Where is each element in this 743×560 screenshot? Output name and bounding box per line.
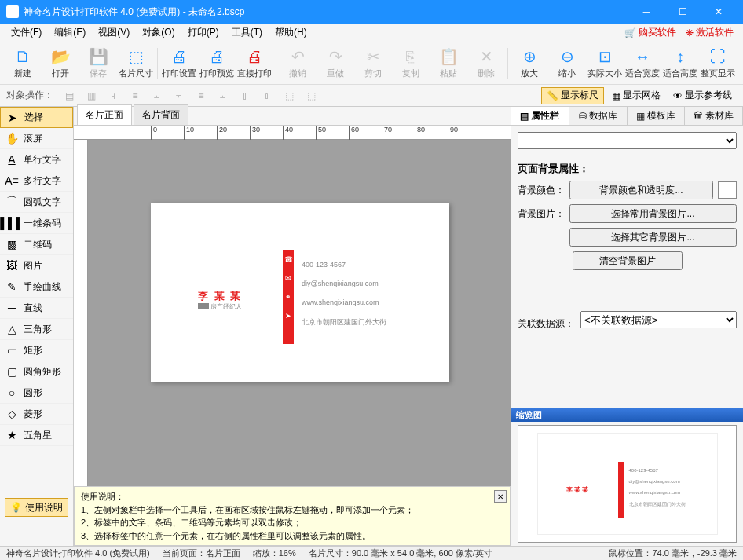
datasource-select[interactable]: <不关联数据源>	[580, 311, 737, 328]
tab-front[interactable]: 名片正面	[77, 104, 132, 125]
status-app: 神奇名片设计打印软件 4.0 (免费试用)	[6, 547, 150, 559]
distribute-h-icon[interactable]: ⫿	[236, 87, 254, 104]
tab-database[interactable]: ⛁数据库	[569, 107, 628, 125]
cut-button[interactable]: ✂剪切	[355, 45, 391, 82]
tab-materials[interactable]: 🏛素材库	[685, 107, 743, 125]
show-guide-button[interactable]: 👁显示参考线	[668, 87, 737, 104]
location-icon: ➤	[283, 306, 294, 325]
new-button[interactable]: 🗋新建	[5, 45, 41, 82]
buy-software-link[interactable]: 🛒购买软件	[620, 26, 681, 39]
db-icon: ⛁	[579, 111, 587, 122]
align-left-icon[interactable]: ⫞	[104, 87, 123, 104]
fitall-icon: ⛶	[708, 47, 727, 66]
directprint-button[interactable]: 🖨直接打印	[236, 45, 273, 82]
menu-object[interactable]: 对象(O)	[136, 24, 181, 42]
align-right-icon[interactable]: ⫠	[148, 87, 167, 104]
line-tool[interactable]: ─直线	[0, 298, 73, 319]
group-icon[interactable]: ⬚	[280, 87, 298, 104]
redo-icon: ↷	[326, 47, 345, 66]
menu-edit[interactable]: 编辑(E)	[48, 24, 92, 42]
activate-software-link[interactable]: ❋激活软件	[681, 26, 738, 39]
fitwidth-button[interactable]: ↔适合宽度	[624, 45, 661, 82]
bgimg-common-button[interactable]: 选择常用背景图片...	[569, 204, 737, 223]
bg-section-title: 页面背景属性：	[518, 162, 737, 176]
send-back-icon[interactable]: ▥	[82, 87, 101, 104]
tab-properties[interactable]: ▤属性栏	[511, 107, 569, 125]
element-select[interactable]	[518, 132, 737, 149]
ellipse-tool[interactable]: ○圆形	[0, 382, 73, 404]
help-line2: 2、标签中的文字、条码、二维码等元素均可以双击修改；	[81, 516, 503, 529]
align-middle-icon[interactable]: ≡	[192, 87, 210, 104]
align-bottom-icon[interactable]: ⫠	[214, 87, 232, 104]
bgimg-clear-button[interactable]: 清空背景图片	[573, 251, 683, 270]
tab-templates[interactable]: ▦模板库	[628, 107, 686, 125]
tab-back[interactable]: 名片背面	[134, 104, 188, 125]
save-button[interactable]: 💾保存	[80, 45, 116, 82]
list-icon: ▤	[520, 111, 529, 122]
fitall-button[interactable]: ⛶整页显示	[700, 45, 736, 82]
arctext-tool[interactable]: ⌒圆弧文字	[0, 192, 73, 213]
redo-button[interactable]: ↷重做	[317, 45, 353, 82]
diamond-tool[interactable]: ◇菱形	[0, 404, 73, 425]
menu-tool[interactable]: 工具(T)	[225, 24, 269, 42]
help-button[interactable]: 💡使用说明	[5, 498, 68, 517]
fitheight-button[interactable]: ↕适合高度	[662, 45, 698, 82]
bgcolor-button[interactable]: 背景颜色和透明度...	[569, 181, 713, 199]
select-tool[interactable]: ➤选择	[0, 107, 73, 128]
menu-file[interactable]: 文件(F)	[5, 24, 48, 42]
minimize-button[interactable]: ─	[628, 0, 664, 24]
help-line1: 1、左侧对象栏中选择一个工具后，在画布区域按住鼠标左键拖动，即可添加一个元素；	[81, 503, 503, 517]
cart-icon: 🛒	[624, 27, 636, 38]
close-button[interactable]: ✕	[701, 0, 737, 24]
freehand-tool[interactable]: ✎手绘曲线	[0, 276, 73, 298]
undo-button[interactable]: ↶撤销	[280, 45, 316, 82]
menu-print[interactable]: 打印(P)	[181, 24, 225, 42]
align-center-icon[interactable]: ≡	[126, 87, 145, 104]
zoomin-button[interactable]: ⊕放大	[511, 45, 547, 82]
roundrect-tool[interactable]: ▢圆角矩形	[0, 361, 73, 382]
help-close-button[interactable]: ✕	[494, 490, 507, 503]
status-mouse: 鼠标位置：74.0 毫米，-29.3 毫米	[609, 547, 737, 559]
page-tabs: 名片正面 名片背面	[74, 107, 511, 126]
image-tool[interactable]: 🖼图片	[0, 255, 73, 276]
maximize-button[interactable]: ☐	[664, 0, 701, 24]
datasource-label: 关联数据源：	[518, 317, 576, 331]
show-ruler-button[interactable]: 📏显示标尺	[541, 87, 604, 104]
menu-view[interactable]: 视图(V)	[92, 24, 136, 42]
printsetup-button[interactable]: 🖨打印设置	[161, 45, 197, 82]
business-card[interactable]: ☎ ✉ ⚭ ➤ 李 某 某 房产经纪人 400-123-4567 diy@she…	[151, 203, 449, 382]
ungroup-icon[interactable]: ⬚	[302, 87, 320, 104]
cardsize-button[interactable]: ⬚名片尺寸	[118, 45, 154, 82]
multitext-tool[interactable]: A≡多行文字	[0, 170, 73, 192]
canvas-scroll[interactable]: ☎ ✉ ⚭ ➤ 李 某 某 房产经纪人 400-123-4567 diy@she…	[88, 140, 511, 546]
bgimg-other-button[interactable]: 选择其它背景图片...	[569, 228, 737, 247]
menubar: 文件(F) 编辑(E) 视图(V) 对象(O) 打印(P) 工具(T) 帮助(H…	[0, 24, 743, 42]
menu-help[interactable]: 帮助(H)	[269, 24, 313, 42]
status-size: 名片尺寸：90.0 毫米 x 54.0 毫米, 600 像素/英寸	[309, 547, 492, 559]
distribute-v-icon[interactable]: ⫾	[258, 87, 276, 104]
barcode-tool[interactable]: ▌▌▌一维条码	[0, 213, 73, 234]
align-top-icon[interactable]: ⫟	[170, 87, 188, 104]
printpreview-button[interactable]: 🖨打印预览	[199, 45, 235, 82]
bgcolor-swatch[interactable]	[718, 181, 737, 199]
paste-icon: 📋	[439, 47, 458, 66]
status-zoom: 缩放：16%	[253, 547, 296, 559]
text-tool[interactable]: A单行文字	[0, 149, 73, 170]
save-icon: 💾	[89, 47, 108, 66]
qrcode-tool[interactable]: ▩二维码	[0, 234, 73, 255]
zoomout-button[interactable]: ⊖缩小	[549, 45, 585, 82]
help-box: ✕ 使用说明： 1、左侧对象栏中选择一个工具后，在画布区域按住鼠标左键拖动，即可…	[74, 486, 511, 546]
delete-button[interactable]: ✕删除	[468, 45, 504, 82]
star-tool[interactable]: ★五角星	[0, 425, 73, 446]
rect-tool[interactable]: ▭矩形	[0, 340, 73, 361]
actualsize-button[interactable]: ⊡实际大小	[587, 45, 623, 82]
triangle-tool[interactable]: △三角形	[0, 319, 73, 340]
card-addr: 北京市朝阳区建国门外大街	[302, 317, 386, 328]
copy-button[interactable]: ⎘复制	[393, 45, 429, 82]
show-grid-button[interactable]: ▦显示网格	[607, 87, 665, 104]
bring-front-icon[interactable]: ▤	[60, 87, 79, 104]
card-web: www.shenqixiangsu.com	[302, 298, 379, 306]
pan-tool[interactable]: ✋滚屏	[0, 128, 73, 149]
open-button[interactable]: 📂打开	[42, 45, 79, 82]
paste-button[interactable]: 📋粘贴	[430, 45, 467, 82]
